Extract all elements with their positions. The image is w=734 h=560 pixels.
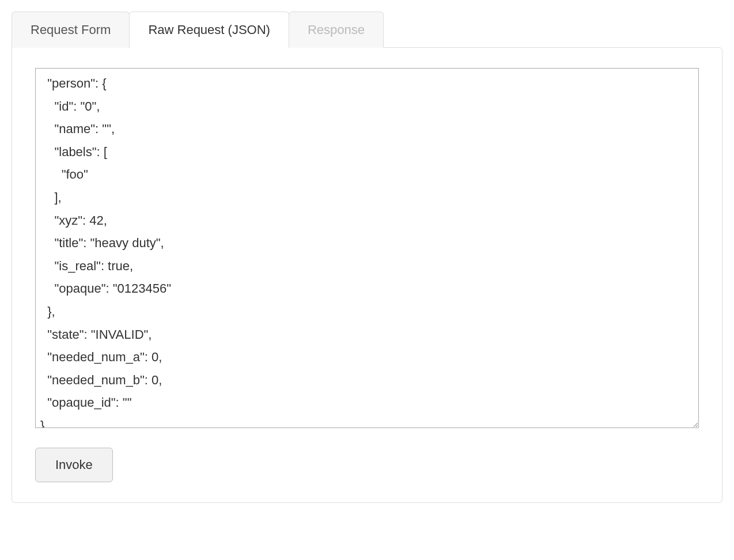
tab-bar: Request Form Raw Request (JSON) Response xyxy=(12,12,722,48)
request-ui-container: Request Form Raw Request (JSON) Response… xyxy=(12,12,722,503)
tab-panel-raw-request: Invoke xyxy=(12,47,722,503)
invoke-button[interactable]: Invoke xyxy=(35,448,113,482)
tab-raw-request[interactable]: Raw Request (JSON) xyxy=(129,12,289,48)
tab-request-form[interactable]: Request Form xyxy=(12,12,130,48)
raw-request-textarea[interactable] xyxy=(35,68,699,428)
tab-response: Response xyxy=(289,12,384,48)
